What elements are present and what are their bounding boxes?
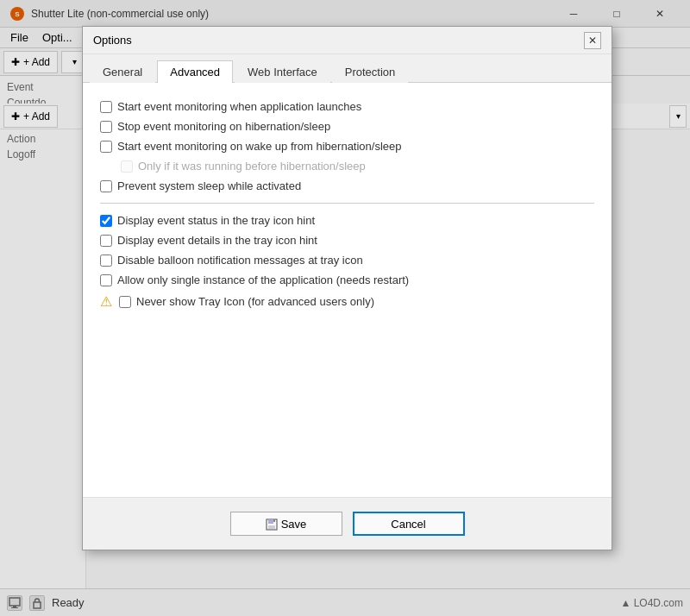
dialog-body: Start event monitoring when application … xyxy=(83,83,612,497)
cb-start-monitoring-input[interactable] xyxy=(100,101,112,113)
dialog-close-button[interactable]: ✕ xyxy=(584,32,601,49)
tab-web-interface[interactable]: Web Interface xyxy=(235,60,330,83)
checkbox-display-details: Display event details in the tray icon h… xyxy=(100,234,594,247)
checkbox-only-if-running: Only if it was running before hibernatio… xyxy=(121,160,594,173)
checkbox-stop-monitoring: Stop event monitoring on hibernation/sle… xyxy=(100,120,594,133)
dialog-title-bar: Options ✕ xyxy=(83,27,612,54)
svg-rect-9 xyxy=(273,519,275,522)
save-label: Save xyxy=(281,518,307,531)
checkbox-start-monitoring: Start event monitoring when application … xyxy=(100,100,594,113)
cb-start-on-wake-input[interactable] xyxy=(100,141,112,153)
cb-prevent-sleep-input[interactable] xyxy=(100,180,112,192)
checkbox-display-status: Display event status in the tray icon hi… xyxy=(100,214,594,227)
cb-display-details-input[interactable] xyxy=(100,235,112,247)
checkbox-single-instance: Allow only single instance of the applic… xyxy=(100,273,594,286)
cb-only-if-running-label: Only if it was running before hibernatio… xyxy=(138,160,366,173)
cb-stop-monitoring-input[interactable] xyxy=(100,121,112,133)
cb-prevent-sleep-label[interactable]: Prevent system sleep while activated xyxy=(117,179,301,192)
cb-display-status-input[interactable] xyxy=(100,215,112,227)
svg-rect-8 xyxy=(268,525,275,529)
cb-never-show-tray-input[interactable] xyxy=(119,296,131,308)
tab-advanced[interactable]: Advanced xyxy=(157,60,233,83)
cb-single-instance-label[interactable]: Allow only single instance of the applic… xyxy=(117,273,409,286)
app-window: S Shutter Lite (non-commercial use only)… xyxy=(0,0,690,616)
checkbox-prevent-sleep: Prevent system sleep while activated xyxy=(100,179,594,192)
cb-disable-balloon-label[interactable]: Disable balloon notification messages at… xyxy=(117,254,363,267)
cb-single-instance-input[interactable] xyxy=(100,274,112,286)
tab-general[interactable]: General xyxy=(90,60,155,83)
cb-start-on-wake-label[interactable]: Start event monitoring on wake up from h… xyxy=(117,140,402,153)
cb-display-details-label[interactable]: Display event details in the tray icon h… xyxy=(117,234,317,247)
dialog-footer: Save Cancel xyxy=(83,497,612,550)
checkbox-disable-balloon: Disable balloon notification messages at… xyxy=(100,254,594,267)
warning-icon: ⚠ xyxy=(100,293,112,310)
cb-display-status-label[interactable]: Display event status in the tray icon hi… xyxy=(117,214,315,227)
checkbox-never-show-tray: ⚠ Never show Tray Icon (for advanced use… xyxy=(100,293,594,310)
dialog-overlay: Options ✕ General Advanced Web Interface… xyxy=(0,0,690,616)
floppy-icon xyxy=(266,517,278,531)
dialog-title: Options xyxy=(93,34,584,47)
dialog-tabs: General Advanced Web Interface Protectio… xyxy=(83,54,612,83)
save-button[interactable]: Save xyxy=(230,512,342,536)
svg-rect-7 xyxy=(268,519,273,524)
cb-stop-monitoring-label[interactable]: Stop event monitoring on hibernation/sle… xyxy=(117,120,330,133)
cb-disable-balloon-input[interactable] xyxy=(100,255,112,267)
options-dialog: Options ✕ General Advanced Web Interface… xyxy=(82,26,612,550)
divider xyxy=(100,203,594,204)
cb-only-if-running-input[interactable] xyxy=(121,160,133,173)
cb-start-monitoring-label[interactable]: Start event monitoring when application … xyxy=(117,100,361,113)
checkbox-start-on-wake: Start event monitoring on wake up from h… xyxy=(100,140,594,153)
tab-protection[interactable]: Protection xyxy=(332,60,409,83)
cancel-button[interactable]: Cancel xyxy=(353,512,465,536)
cb-never-show-tray-label[interactable]: Never show Tray Icon (for advanced users… xyxy=(136,295,374,308)
